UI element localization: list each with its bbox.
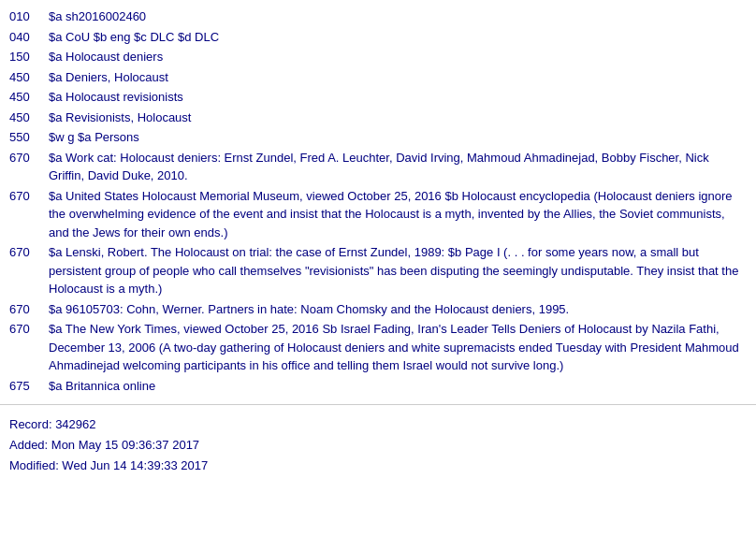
record-row: 450$a Revisionists, Holocaust xyxy=(9,109,747,127)
record-content: $a 96105703: Cohn, Werner. Partners in h… xyxy=(49,300,747,319)
record-tag: 450 xyxy=(9,109,49,127)
record-content: $a CoU $b eng $c DLC $d DLC xyxy=(49,28,747,47)
record-row: 675$a Britannica online xyxy=(9,377,747,396)
record-tag: 150 xyxy=(9,48,49,66)
record-tag: 675 xyxy=(9,377,49,396)
record-row: 010$a sh2016002460 xyxy=(9,7,747,26)
record-content: $a sh2016002460 xyxy=(49,7,747,26)
record-content: $a The New York Times, viewed October 25… xyxy=(49,320,747,375)
record-content: $a Holocaust deniers xyxy=(49,48,747,66)
record-row: 670$a 96105703: Cohn, Werner. Partners i… xyxy=(9,300,747,319)
record-row: 450$a Deniers, Holocaust xyxy=(9,68,747,87)
record-content: $a Britannica online xyxy=(49,377,747,396)
record-content: $a United States Holocaust Memorial Muse… xyxy=(49,187,747,242)
record-row: 040$a CoU $b eng $c DLC $d DLC xyxy=(9,28,747,47)
record-content: $a Lenski, Robert. The Holocaust on tria… xyxy=(49,243,747,298)
record-tag: 550 xyxy=(9,128,49,147)
record-tag: 450 xyxy=(9,88,49,107)
record-tag: 670 xyxy=(9,149,49,185)
footer-line: Modified: Wed Jun 14 14:39:33 2017 xyxy=(9,456,747,476)
record-row: 670$a Work cat: Holocaust deniers: Ernst… xyxy=(9,149,747,185)
record-tag: 670 xyxy=(9,243,49,298)
record-row: 150$a Holocaust deniers xyxy=(9,48,747,66)
record-content: $a Revisionists, Holocaust xyxy=(49,109,747,127)
record-row: 670$a United States Holocaust Memorial M… xyxy=(9,187,747,242)
record-tag: 670 xyxy=(9,320,49,375)
record-content: $a Deniers, Holocaust xyxy=(49,68,747,87)
record-content: $a Holocaust revisionists xyxy=(49,88,747,107)
record-tag: 670 xyxy=(9,300,49,319)
record-content: $a Work cat: Holocaust deniers: Ernst Zu… xyxy=(49,149,747,185)
footer-line: Added: Mon May 15 09:36:37 2017 xyxy=(9,435,747,456)
record-tag: 670 xyxy=(9,187,49,242)
footer-line: Record: 342962 xyxy=(9,414,747,435)
divider xyxy=(0,404,756,405)
record-row: 550$w g $a Persons xyxy=(9,128,747,147)
record-row: 450$a Holocaust revisionists xyxy=(9,88,747,107)
record-content: $w g $a Persons xyxy=(49,128,747,147)
main-container: 010$a sh2016002460040$a CoU $b eng $c DL… xyxy=(0,0,756,395)
records-container: 010$a sh2016002460040$a CoU $b eng $c DL… xyxy=(9,7,747,395)
footer: Record: 342962Added: Mon May 15 09:36:37… xyxy=(0,411,756,486)
record-tag: 040 xyxy=(9,28,49,47)
record-row: 670$a Lenski, Robert. The Holocaust on t… xyxy=(9,243,747,298)
record-row: 670$a The New York Times, viewed October… xyxy=(9,320,747,375)
record-tag: 450 xyxy=(9,68,49,87)
record-tag: 010 xyxy=(9,7,49,26)
